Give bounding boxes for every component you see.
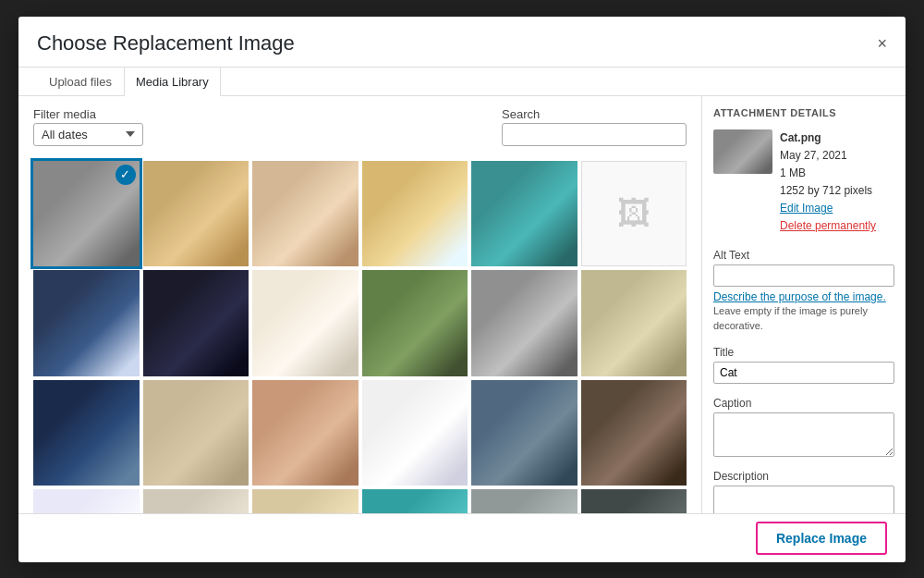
search-input[interactable] bbox=[502, 123, 687, 146]
tab-upload-files[interactable]: Upload files bbox=[37, 67, 124, 96]
attachment-sidebar: ATTACHMENT DETAILS Cat.png May 27, 2021 … bbox=[702, 96, 906, 513]
tab-bar: Upload files Media Library bbox=[18, 67, 906, 96]
image-cell[interactable] bbox=[471, 489, 578, 513]
attachment-dimensions: 1252 by 712 pixels bbox=[780, 182, 876, 200]
image-cell[interactable] bbox=[33, 489, 140, 513]
image-thumbnail bbox=[252, 489, 359, 513]
selected-check-badge: ✓ bbox=[116, 165, 136, 185]
image-thumbnail bbox=[471, 270, 578, 376]
image-thumbnail bbox=[33, 489, 140, 513]
image-thumbnail bbox=[581, 270, 687, 376]
alt-text-field-row: Alt Text Describe the purpose of the ima… bbox=[713, 249, 894, 334]
image-thumbnail bbox=[471, 161, 578, 267]
attachment-date: May 27, 2021 bbox=[780, 147, 876, 165]
image-cell[interactable] bbox=[33, 270, 140, 376]
image-thumbnail bbox=[471, 380, 578, 486]
filter-row: Filter media All dates January 2021 Febr… bbox=[33, 107, 687, 146]
image-thumbnail bbox=[143, 489, 249, 513]
modal-body: Filter media All dates January 2021 Febr… bbox=[18, 96, 906, 513]
alt-text-label: Alt Text bbox=[713, 249, 894, 262]
image-cell[interactable] bbox=[252, 161, 359, 267]
image-cell[interactable] bbox=[581, 380, 687, 486]
image-thumbnail bbox=[143, 161, 249, 267]
image-thumbnail bbox=[471, 489, 578, 513]
alt-text-hint: Describe the purpose of the image. Leave… bbox=[713, 289, 894, 334]
attachment-size: 1 MB bbox=[780, 165, 876, 182]
image-thumbnail bbox=[362, 161, 468, 267]
description-field-row: Description bbox=[713, 470, 894, 512]
image-thumbnail bbox=[362, 489, 468, 513]
tab-media-library[interactable]: Media Library bbox=[124, 67, 221, 96]
image-cell[interactable]: 🖼 bbox=[581, 161, 687, 267]
image-cell[interactable] bbox=[143, 270, 249, 376]
image-thumbnail bbox=[33, 270, 140, 376]
image-thumbnail bbox=[581, 380, 687, 486]
image-cell[interactable] bbox=[33, 380, 140, 486]
close-button[interactable]: × bbox=[877, 35, 887, 63]
filter-section: Filter media All dates January 2021 Febr… bbox=[33, 107, 143, 146]
attachment-thumbnail bbox=[713, 129, 772, 174]
image-cell[interactable] bbox=[581, 270, 687, 376]
caption-label: Caption bbox=[713, 397, 894, 410]
filter-select[interactable]: All dates January 2021 February 2021 bbox=[33, 123, 143, 146]
image-thumbnail bbox=[252, 161, 359, 267]
image-cell[interactable] bbox=[471, 380, 578, 486]
modal-overlay: Choose Replacement Image × Upload files … bbox=[0, 0, 924, 578]
attachment-filename: Cat.png bbox=[780, 129, 876, 147]
image-cell[interactable] bbox=[252, 489, 359, 513]
caption-input[interactable] bbox=[713, 412, 894, 457]
image-cell[interactable] bbox=[252, 270, 359, 376]
image-cell[interactable] bbox=[143, 489, 249, 513]
description-label: Description bbox=[713, 470, 894, 483]
image-cell[interactable] bbox=[143, 380, 249, 486]
image-thumbnail bbox=[143, 270, 249, 376]
image-cell[interactable]: ✓ bbox=[33, 161, 140, 267]
image-cell[interactable] bbox=[581, 489, 687, 513]
modal: Choose Replacement Image × Upload files … bbox=[18, 17, 906, 562]
alt-hint-link[interactable]: Describe the purpose of the image. bbox=[713, 290, 886, 303]
image-cell[interactable] bbox=[252, 380, 359, 486]
modal-footer: Replace Image bbox=[18, 513, 906, 562]
image-thumbnail bbox=[33, 380, 140, 486]
sidebar-title: ATTACHMENT DETAILS bbox=[713, 107, 894, 118]
attachment-thumb-row: Cat.png May 27, 2021 1 MB 1252 by 712 pi… bbox=[713, 129, 894, 236]
modal-header: Choose Replacement Image × bbox=[18, 17, 906, 68]
replace-image-button[interactable]: Replace Image bbox=[756, 522, 887, 555]
image-grid: ✓🖼 bbox=[33, 161, 687, 513]
image-cell[interactable] bbox=[471, 270, 578, 376]
alt-text-input[interactable] bbox=[713, 264, 894, 287]
image-cell[interactable] bbox=[143, 161, 249, 267]
image-thumbnail bbox=[143, 380, 249, 486]
edit-image-link[interactable]: Edit Image bbox=[780, 202, 833, 215]
placeholder-icon: 🖼 bbox=[617, 194, 650, 233]
image-cell[interactable] bbox=[362, 489, 468, 513]
delete-image-link[interactable]: Delete permanently bbox=[780, 219, 876, 232]
image-thumbnail bbox=[252, 380, 359, 486]
title-input[interactable] bbox=[713, 362, 894, 384]
filter-label: Filter media bbox=[33, 107, 143, 121]
search-area: Search bbox=[502, 107, 687, 146]
title-field-row: Title bbox=[713, 346, 894, 384]
title-label: Title bbox=[713, 346, 894, 359]
media-area: Filter media All dates January 2021 Febr… bbox=[18, 96, 702, 513]
image-thumbnail bbox=[581, 489, 687, 513]
image-cell[interactable] bbox=[362, 380, 468, 486]
description-input[interactable] bbox=[713, 486, 894, 512]
caption-field-row: Caption bbox=[713, 397, 894, 457]
alt-hint-text: Leave empty if the image is purely decor… bbox=[713, 305, 868, 330]
image-cell[interactable] bbox=[471, 161, 578, 267]
image-thumbnail bbox=[252, 270, 359, 376]
search-label: Search bbox=[502, 107, 687, 121]
attachment-info: Cat.png May 27, 2021 1 MB 1252 by 712 pi… bbox=[780, 129, 876, 236]
image-cell[interactable] bbox=[362, 161, 468, 267]
image-thumbnail bbox=[362, 380, 468, 486]
image-thumbnail bbox=[362, 270, 468, 376]
modal-title: Choose Replacement Image bbox=[37, 31, 295, 67]
image-cell[interactable] bbox=[362, 270, 468, 376]
